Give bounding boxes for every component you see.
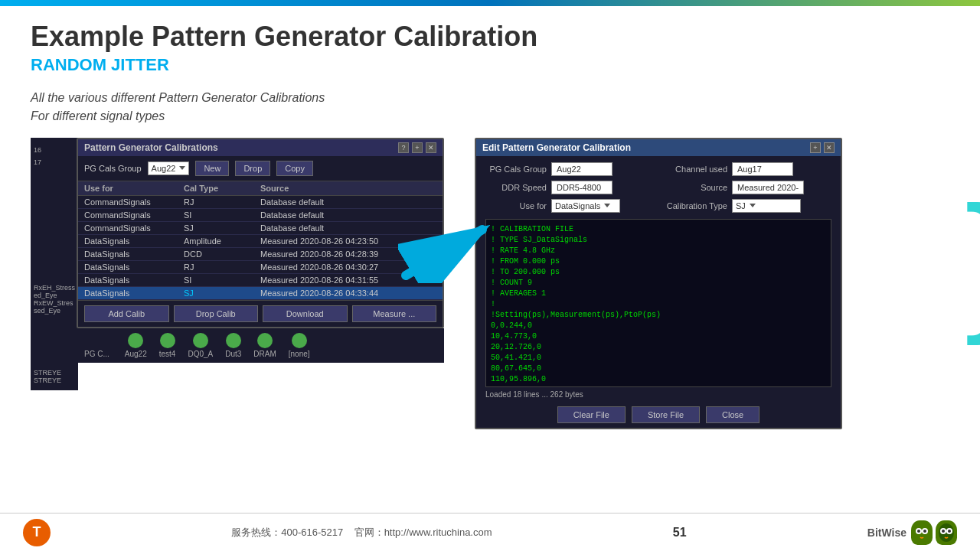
channel-used-field: Channel used Aug17 bbox=[666, 162, 831, 176]
epg-maximize-button[interactable]: + bbox=[810, 142, 821, 153]
calibration-type-select[interactable]: SJ bbox=[732, 199, 801, 213]
cell-use-for: DataSignals bbox=[84, 289, 184, 298]
table-header: Use for Cal Type Source bbox=[78, 181, 443, 196]
cell-source: Database default bbox=[260, 197, 436, 207]
epg-close-button[interactable]: ✕ bbox=[824, 142, 835, 153]
copy-button[interactable]: Copy bbox=[276, 161, 313, 176]
close-button[interactable]: Close bbox=[706, 406, 760, 423]
right-screenshot: Edit Pattern Generator Calibration + ✕ P… bbox=[475, 138, 949, 429]
channel-dot bbox=[128, 333, 143, 348]
titlebar-controls: ? + ✕ bbox=[398, 142, 436, 153]
pg-window-title: Pattern Generator Calibrations bbox=[84, 142, 218, 153]
owl-svg bbox=[913, 522, 931, 543]
col-cal-type: Cal Type bbox=[184, 184, 260, 193]
table-row[interactable]: DataSignals DCD Measured 2020-08-26 04:2… bbox=[78, 248, 443, 261]
channel-dot bbox=[160, 333, 175, 348]
pg-cals-group-field: PG Cals Group Aug22 bbox=[485, 162, 651, 176]
dropdown-arrow bbox=[750, 204, 756, 207]
channel-tab-dq0[interactable]: DQ0_A bbox=[188, 333, 213, 358]
footer-brand: BitWise bbox=[867, 520, 957, 545]
close-button[interactable]: ✕ bbox=[426, 142, 436, 153]
table-row[interactable]: CommandSignals SI Database default bbox=[78, 209, 443, 222]
calibration-type-label: Calibration Type bbox=[666, 201, 727, 210]
measure-button[interactable]: Measure ... bbox=[352, 305, 437, 322]
channel-label: Aug22 bbox=[125, 350, 147, 358]
table-row-selected[interactable]: DataSignals SJ Measured 2020-08-26 04:33… bbox=[78, 287, 443, 300]
store-file-button[interactable]: Store File bbox=[632, 406, 700, 423]
cell-cal-type: RJ bbox=[184, 262, 260, 272]
bg-text-2: RxEW_Stressed_Eye bbox=[34, 299, 75, 315]
bg-num-17: 17 bbox=[34, 156, 75, 168]
cell-cal-type: SJ bbox=[184, 289, 260, 298]
channel-tab-none[interactable]: [none] bbox=[289, 333, 310, 358]
footer: T 服务热线：400-616-5217 官网：http://www.rituch… bbox=[0, 513, 980, 551]
svg-point-10 bbox=[948, 530, 951, 533]
website: 官网：http://www.rituchina.com bbox=[354, 527, 492, 538]
bg-text-1: RxEH_Stressed_Eye bbox=[34, 284, 75, 299]
cell-source: Measured 2020-08-26 04:33:44 bbox=[260, 289, 436, 298]
use-for-select[interactable]: DataSignals bbox=[551, 199, 620, 213]
ddr-speed-value: DDR5-4800 bbox=[551, 181, 612, 194]
footer-left: T bbox=[23, 519, 51, 546]
owl-icon-1 bbox=[911, 520, 933, 545]
owl-icon-2 bbox=[936, 520, 957, 545]
table-row[interactable]: DataSignals SI Measured 2020-08-26 04:31… bbox=[78, 274, 443, 287]
dropdown-arrow bbox=[179, 166, 185, 170]
channel-dot bbox=[226, 333, 241, 348]
pg-cals-group-label: PG Cals Group bbox=[84, 164, 142, 173]
table-row[interactable]: DataSignals Amplitude Measured 2020-08-2… bbox=[78, 235, 443, 248]
channel-label: test4 bbox=[159, 350, 176, 358]
cell-use-for: CommandSignals bbox=[84, 223, 184, 233]
cell-cal-type: DCD bbox=[184, 249, 260, 259]
channel-label: Dut3 bbox=[225, 350, 241, 358]
channel-tab-dut3[interactable]: Dut3 bbox=[225, 333, 241, 358]
channel-tab-test4[interactable]: test4 bbox=[159, 333, 176, 358]
new-button[interactable]: New bbox=[195, 161, 229, 176]
drop-button[interactable]: Drop bbox=[235, 161, 270, 176]
screenshots-row: 16 17 RxEH_Stressed_Eye RxEW_Stressed_Ey… bbox=[31, 138, 949, 429]
table-row[interactable]: DataSignals RJ Measured 2020-08-26 04:30… bbox=[78, 261, 443, 274]
pg-titlebar: Pattern Generator Calibrations ? + ✕ bbox=[78, 139, 443, 156]
calibration-file-content: ! CALIBRATION FILE! TYPE SJ_DataSignals!… bbox=[485, 219, 831, 387]
channel-label: DQ0_A bbox=[188, 350, 213, 358]
cell-use-for: CommandSignals bbox=[84, 197, 184, 207]
download-button[interactable]: Download bbox=[263, 305, 348, 322]
pg-toolbar: PG Cals Group Aug22 New Drop Copy bbox=[78, 156, 443, 181]
channel-used-label: Channel used bbox=[666, 165, 727, 174]
cell-use-for: DataSignals bbox=[84, 236, 184, 246]
col-use-for: Use for bbox=[84, 184, 184, 193]
brand-name: BitWise bbox=[867, 527, 906, 539]
channel-tabs-area: PG C... Aug22 test4 DQ0_A Dut3 bbox=[77, 328, 444, 363]
ddr-speed-field: DDR Speed DDR5-4800 bbox=[485, 181, 651, 194]
pg-calibrations-window: Pattern Generator Calibrations ? + ✕ PG … bbox=[77, 138, 444, 328]
cell-use-for: DataSignals bbox=[84, 276, 184, 285]
subtitle: RANDOM JITTER bbox=[31, 55, 949, 75]
channel-tab-aug22[interactable]: Aug22 bbox=[125, 333, 147, 358]
footer-owls bbox=[911, 520, 957, 545]
dropdown-arrow bbox=[604, 204, 610, 207]
cell-cal-type: SI bbox=[184, 210, 260, 220]
source-label: Source bbox=[666, 183, 727, 192]
arrow-container bbox=[398, 222, 490, 286]
page-title: Example Pattern Generator Calibration bbox=[31, 21, 949, 52]
cell-use-for: DataSignals bbox=[84, 262, 184, 272]
help-button[interactable]: ? bbox=[398, 142, 409, 153]
pg-cals-group-select[interactable]: Aug22 bbox=[148, 161, 190, 175]
source-field: Source Measured 2020- bbox=[666, 181, 831, 194]
left-screenshot: 16 17 RxEH_Stressed_Eye RxEW_Stressed_Ey… bbox=[31, 138, 459, 363]
channel-dot bbox=[292, 333, 307, 348]
drop-calib-button[interactable]: Drop Calib bbox=[174, 305, 259, 322]
desc-line1: All the various different Pattern Genera… bbox=[31, 91, 325, 104]
channel-dot bbox=[257, 333, 273, 348]
table-row[interactable]: CommandSignals RJ Database default bbox=[78, 196, 443, 209]
table-row[interactable]: CommandSignals SJ Database default bbox=[78, 222, 443, 235]
add-calib-button[interactable]: Add Calib bbox=[84, 305, 169, 322]
clear-file-button[interactable]: Clear File bbox=[557, 406, 626, 423]
col-source: Source bbox=[260, 184, 436, 193]
pg-table-body: CommandSignals RJ Database default Comma… bbox=[78, 196, 443, 300]
channel-tab-dram[interactable]: DRAM bbox=[253, 333, 276, 358]
cell-cal-type: Amplitude bbox=[184, 236, 260, 246]
epg-controls: + ✕ bbox=[810, 142, 835, 153]
add-button[interactable]: + bbox=[412, 142, 423, 153]
owl-svg bbox=[937, 522, 956, 543]
